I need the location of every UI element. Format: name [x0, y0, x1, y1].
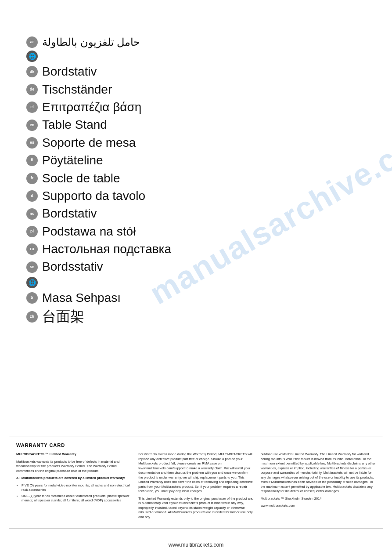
lang-item-15: trMasa Sehpası — [26, 290, 366, 306]
warranty-col3-para1: outdoor use voids this Limited Warranty.… — [261, 452, 376, 494]
lang-item-11: plPodstawa na stół — [26, 224, 366, 239]
lang-badge-ar: ar — [26, 36, 38, 48]
lang-text-fr: Socle de table — [42, 170, 120, 186]
lang-badge-tr: tr — [26, 292, 38, 304]
lang-text-pl: Podstawa na stół — [42, 224, 136, 239]
warranty-col3-url: www.multibrackets.com — [261, 504, 376, 508]
warranty-col-3: outdoor use voids this Limited Warranty.… — [261, 452, 376, 522]
warranty-columns: MULTIBRACKETS ™ Limited Warranty Multibr… — [16, 452, 376, 522]
lang-text-en: Table Stand — [42, 117, 107, 133]
lang-item-5: enTable Stand — [26, 117, 366, 133]
globe-icon-1: 🌐 — [26, 51, 38, 62]
lang-text-de: Tischständer — [42, 82, 112, 98]
lang-badge-it: it — [26, 190, 38, 202]
lang-badge-fr: fr — [26, 173, 38, 184]
lang-badge-de: de — [26, 84, 38, 95]
warranty-col2-para1: For warranty claims made during the Warr… — [138, 452, 253, 494]
lang-item-16: zh台面架 — [26, 308, 366, 326]
lang-text-zh: 台面架 — [42, 308, 84, 326]
warranty-para-1: Multibrackets warrants its products to b… — [16, 460, 131, 474]
lang-badge-pl: pl — [26, 226, 38, 237]
lang-item-13: seBordsstativ — [26, 259, 366, 275]
globe-icon-14: 🌐 — [26, 277, 38, 288]
main-content: manualsarchive.com arحامل تلفزيون بالطاو… — [0, 0, 392, 427]
lang-item-9: itSupporto da tavolo — [26, 188, 366, 204]
lang-badge-fi: fi — [26, 155, 38, 166]
warranty-title: WARRANTY CARD — [16, 443, 376, 448]
warranty-col-2: For warranty claims made during the Warr… — [138, 452, 253, 522]
warranty-col-1: MULTIBRACKETS ™ Limited Warranty Multibr… — [16, 452, 131, 522]
lang-text-dk: Bordstativ — [42, 64, 97, 80]
lang-item-7: fiPöytäteline — [26, 152, 366, 168]
lang-item-4: elΕπιτραπέζια βάση — [26, 99, 366, 115]
lang-item-10: noBordstativ — [26, 206, 366, 221]
warranty-heading-2: All Multibrackets products are covered b… — [16, 476, 131, 481]
lang-item-2: dkBordstativ — [26, 64, 366, 80]
lang-item-6: esSoporte de mesa — [26, 135, 366, 151]
lang-item-1: 🌐 — [26, 51, 366, 62]
lang-text-fi: Pöytäteline — [42, 152, 103, 168]
lang-badge-en: en — [26, 120, 38, 131]
footer-url: www.multibrackets.com — [0, 537, 392, 555]
warranty-bullet-0: FIVE (5) years for metal video monitor m… — [22, 483, 131, 493]
lang-item-14: 🌐 — [26, 277, 366, 288]
lang-text-ar: حامل تلفزيون بالطاولة — [42, 35, 140, 49]
warranty-bullet-1: ONE (1) year for all motorized and/or au… — [22, 494, 131, 503]
lang-item-12: ruНастольная подставка — [26, 241, 366, 257]
lang-badge-dk: dk — [26, 66, 38, 77]
lang-text-no: Bordstativ — [42, 206, 97, 221]
language-list: arحامل تلفزيون بالطاولة🌐dkBordstativdeTi… — [26, 35, 366, 326]
warranty-col3-footer: Multibrackets ™ Stockholm Sweden 2014, — [261, 497, 376, 501]
lang-text-se: Bordsstativ — [42, 259, 103, 275]
lang-text-el: Επιτραπέζια βάση — [42, 99, 141, 115]
warranty-card: WARRANTY CARD MULTIBRACKETS ™ Limited Wa… — [9, 436, 383, 529]
lang-badge-el: el — [26, 102, 38, 113]
lang-item-8: frSocle de table — [26, 170, 366, 186]
lang-badge-no: no — [26, 208, 38, 220]
warranty-bullets: FIVE (5) years for metal video monitor m… — [16, 483, 131, 503]
lang-item-3: deTischständer — [26, 82, 366, 98]
page: manualsarchive.com arحامل تلفزيون بالطاو… — [0, 0, 392, 555]
lang-badge-se: se — [26, 261, 38, 273]
lang-text-es: Soporte de mesa — [42, 135, 136, 151]
lang-item-0: arحامل تلفزيون بالطاولة — [26, 35, 366, 49]
lang-badge-es: es — [26, 137, 38, 149]
lang-text-ru: Настольная подставка — [42, 241, 171, 257]
lang-badge-zh: zh — [26, 311, 38, 323]
lang-text-tr: Masa Sehpası — [42, 290, 121, 306]
lang-badge-ru: ru — [26, 243, 38, 255]
warranty-col2-para2: This Limited Warranty extends only to th… — [138, 497, 253, 520]
lang-text-it: Supporto da tavolo — [42, 188, 145, 204]
warranty-heading-1: MULTIBRACKETS ™ Limited Warranty — [16, 452, 131, 457]
